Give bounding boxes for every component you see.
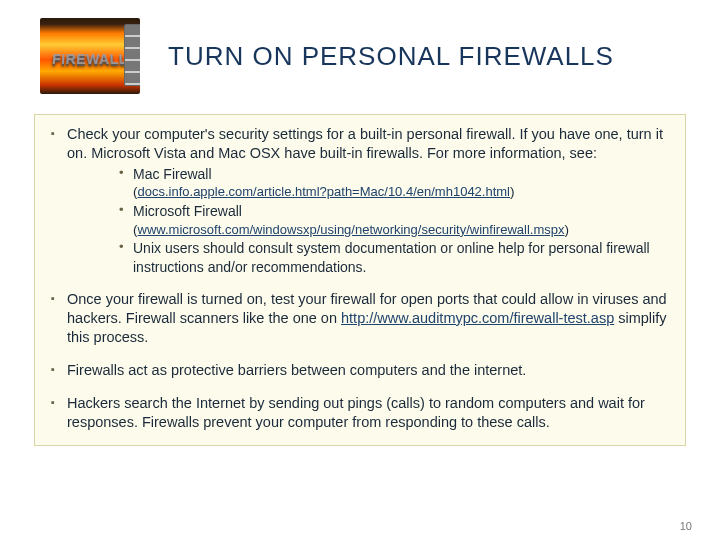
slide-title: TURN ON PERSONAL FIREWALLS <box>168 41 614 72</box>
bullet-text: Check your computer's security settings … <box>67 126 663 161</box>
bullet-text: Hackers search the Internet by sending o… <box>67 395 645 430</box>
sub-bullet-item: Unix users should consult system documen… <box>119 239 671 275</box>
firewall-image <box>40 18 140 94</box>
microsoft-firewall-link[interactable]: www.microsoft.com/windowsxp/using/networ… <box>138 222 565 237</box>
sub-bullet-label: Microsoft Firewall <box>133 203 242 219</box>
page-number: 10 <box>680 520 692 532</box>
bullet-item: Check your computer's security settings … <box>49 125 671 276</box>
mac-firewall-link[interactable]: docs.info.apple.com/article.html?path=Ma… <box>138 184 511 199</box>
bullet-item: Hackers search the Internet by sending o… <box>49 394 671 432</box>
sub-bullet-link-line: (docs.info.apple.com/article.html?path=M… <box>133 183 671 201</box>
image-side-decoration <box>124 24 140 86</box>
bullet-text: Firewalls act as protective barriers bet… <box>67 362 526 378</box>
bullet-item: Firewalls act as protective barriers bet… <box>49 361 671 380</box>
paren-close: ) <box>564 222 569 237</box>
bullet-list: Check your computer's security settings … <box>49 125 671 433</box>
bullet-item: Once your firewall is turned on, test yo… <box>49 290 671 347</box>
content-box: Check your computer's security settings … <box>34 114 686 446</box>
sub-bullet-item: Microsoft Firewall (www.microsoft.com/wi… <box>119 202 671 238</box>
sub-bullet-label: Mac Firewall <box>133 166 212 182</box>
paren-close: ) <box>510 184 515 199</box>
auditmypc-link[interactable]: http://www.auditmypc.com/firewall-test.a… <box>341 310 614 326</box>
slide-header: TURN ON PERSONAL FIREWALLS <box>0 0 720 102</box>
sub-bullet-link-line: (www.microsoft.com/windowsxp/using/netwo… <box>133 221 671 239</box>
sub-bullet-text: Unix users should consult system documen… <box>133 240 650 274</box>
sub-bullet-item: Mac Firewall (docs.info.apple.com/articl… <box>119 165 671 201</box>
sub-bullet-list: Mac Firewall (docs.info.apple.com/articl… <box>119 165 671 276</box>
